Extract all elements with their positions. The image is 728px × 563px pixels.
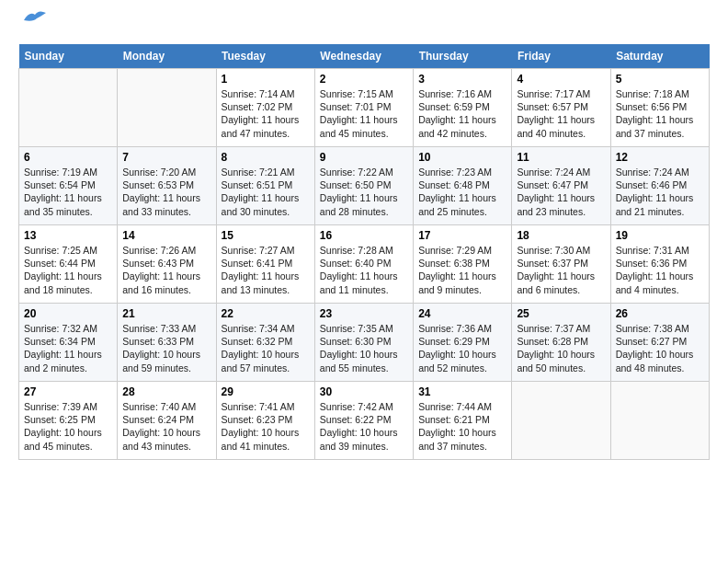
calendar-cell: 15Sunrise: 7:27 AM Sunset: 6:41 PM Dayli… bbox=[216, 225, 314, 304]
day-info: Sunrise: 7:38 AM Sunset: 6:27 PM Dayligh… bbox=[616, 322, 704, 374]
day-number: 18 bbox=[517, 229, 605, 242]
calendar-cell bbox=[512, 382, 610, 460]
day-info: Sunrise: 7:35 AM Sunset: 6:30 PM Dayligh… bbox=[320, 322, 408, 374]
calendar-cell: 27Sunrise: 7:39 AM Sunset: 6:25 PM Dayli… bbox=[19, 382, 118, 460]
day-number: 5 bbox=[616, 73, 704, 86]
day-info: Sunrise: 7:29 AM Sunset: 6:38 PM Dayligh… bbox=[418, 244, 506, 296]
calendar-cell: 11Sunrise: 7:24 AM Sunset: 6:47 PM Dayli… bbox=[512, 147, 610, 225]
day-info: Sunrise: 7:33 AM Sunset: 6:33 PM Dayligh… bbox=[122, 322, 210, 374]
logo-bird-icon bbox=[22, 9, 48, 29]
day-info: Sunrise: 7:28 AM Sunset: 6:40 PM Dayligh… bbox=[320, 244, 408, 296]
day-number: 16 bbox=[320, 229, 408, 242]
day-number: 27 bbox=[24, 385, 112, 398]
calendar-cell: 25Sunrise: 7:37 AM Sunset: 6:28 PM Dayli… bbox=[512, 304, 610, 382]
day-number: 6 bbox=[24, 151, 112, 164]
day-info: Sunrise: 7:39 AM Sunset: 6:25 PM Dayligh… bbox=[24, 400, 112, 453]
day-info: Sunrise: 7:41 AM Sunset: 6:23 PM Dayligh… bbox=[222, 400, 310, 453]
day-info: Sunrise: 7:42 AM Sunset: 6:22 PM Dayligh… bbox=[320, 400, 408, 453]
week-row-2: 6Sunrise: 7:19 AM Sunset: 6:54 PM Daylig… bbox=[19, 147, 710, 225]
weekday-header-tuesday: Tuesday bbox=[216, 44, 314, 69]
calendar-cell: 14Sunrise: 7:26 AM Sunset: 6:43 PM Dayli… bbox=[118, 225, 216, 304]
day-number: 13 bbox=[24, 229, 112, 242]
day-number: 3 bbox=[418, 73, 506, 86]
day-number: 25 bbox=[517, 307, 605, 320]
day-number: 12 bbox=[616, 151, 704, 164]
day-number: 17 bbox=[418, 229, 506, 242]
calendar-cell: 8Sunrise: 7:21 AM Sunset: 6:51 PM Daylig… bbox=[216, 147, 314, 225]
day-info: Sunrise: 7:14 AM Sunset: 7:02 PM Dayligh… bbox=[222, 87, 310, 140]
calendar-cell: 4Sunrise: 7:17 AM Sunset: 6:57 PM Daylig… bbox=[512, 69, 610, 147]
calendar-cell: 12Sunrise: 7:24 AM Sunset: 6:46 PM Dayli… bbox=[610, 147, 709, 225]
day-number: 19 bbox=[616, 229, 704, 242]
day-info: Sunrise: 7:22 AM Sunset: 6:50 PM Dayligh… bbox=[320, 166, 408, 218]
weekday-header-saturday: Saturday bbox=[610, 44, 709, 69]
day-info: Sunrise: 7:24 AM Sunset: 6:46 PM Dayligh… bbox=[616, 166, 704, 218]
day-number: 30 bbox=[320, 385, 408, 398]
calendar-cell: 6Sunrise: 7:19 AM Sunset: 6:54 PM Daylig… bbox=[19, 147, 118, 225]
day-info: Sunrise: 7:27 AM Sunset: 6:41 PM Dayligh… bbox=[222, 244, 310, 296]
week-row-4: 20Sunrise: 7:32 AM Sunset: 6:34 PM Dayli… bbox=[19, 304, 710, 382]
weekday-header-sunday: Sunday bbox=[19, 44, 118, 69]
weekday-header-row: SundayMondayTuesdayWednesdayThursdayFrid… bbox=[19, 44, 710, 69]
day-number: 11 bbox=[517, 151, 605, 164]
calendar-cell: 28Sunrise: 7:40 AM Sunset: 6:24 PM Dayli… bbox=[118, 382, 216, 460]
day-info: Sunrise: 7:44 AM Sunset: 6:21 PM Dayligh… bbox=[418, 400, 506, 453]
day-info: Sunrise: 7:18 AM Sunset: 6:56 PM Dayligh… bbox=[616, 87, 704, 140]
calendar-cell bbox=[118, 69, 216, 147]
calendar-table: SundayMondayTuesdayWednesdayThursdayFrid… bbox=[18, 44, 710, 460]
calendar-cell: 22Sunrise: 7:34 AM Sunset: 6:32 PM Dayli… bbox=[216, 304, 314, 382]
calendar-cell: 18Sunrise: 7:30 AM Sunset: 6:37 PM Dayli… bbox=[512, 225, 610, 304]
week-row-3: 13Sunrise: 7:25 AM Sunset: 6:44 PM Dayli… bbox=[19, 225, 710, 304]
weekday-header-thursday: Thursday bbox=[414, 44, 512, 69]
day-number: 22 bbox=[222, 307, 310, 320]
day-number: 9 bbox=[320, 151, 408, 164]
day-info: Sunrise: 7:24 AM Sunset: 6:47 PM Dayligh… bbox=[517, 166, 605, 218]
calendar-cell: 29Sunrise: 7:41 AM Sunset: 6:23 PM Dayli… bbox=[216, 382, 314, 460]
calendar-cell: 31Sunrise: 7:44 AM Sunset: 6:21 PM Dayli… bbox=[414, 382, 512, 460]
calendar-cell: 21Sunrise: 7:33 AM Sunset: 6:33 PM Dayli… bbox=[118, 304, 216, 382]
day-info: Sunrise: 7:15 AM Sunset: 7:01 PM Dayligh… bbox=[320, 87, 408, 140]
day-number: 1 bbox=[222, 73, 310, 86]
day-info: Sunrise: 7:34 AM Sunset: 6:32 PM Dayligh… bbox=[222, 322, 310, 374]
day-number: 8 bbox=[222, 151, 310, 164]
day-number: 23 bbox=[320, 307, 408, 320]
calendar-cell: 24Sunrise: 7:36 AM Sunset: 6:29 PM Dayli… bbox=[414, 304, 512, 382]
calendar-cell: 23Sunrise: 7:35 AM Sunset: 6:30 PM Dayli… bbox=[314, 304, 413, 382]
day-info: Sunrise: 7:21 AM Sunset: 6:51 PM Dayligh… bbox=[222, 166, 310, 218]
day-info: Sunrise: 7:17 AM Sunset: 6:57 PM Dayligh… bbox=[517, 87, 605, 140]
day-info: Sunrise: 7:37 AM Sunset: 6:28 PM Dayligh… bbox=[517, 322, 605, 374]
calendar-cell: 1Sunrise: 7:14 AM Sunset: 7:02 PM Daylig… bbox=[216, 69, 314, 147]
calendar-cell: 16Sunrise: 7:28 AM Sunset: 6:40 PM Dayli… bbox=[314, 225, 413, 304]
day-info: Sunrise: 7:23 AM Sunset: 6:48 PM Dayligh… bbox=[418, 166, 506, 218]
weekday-header-friday: Friday bbox=[512, 44, 610, 69]
day-info: Sunrise: 7:26 AM Sunset: 6:43 PM Dayligh… bbox=[122, 244, 210, 296]
day-number: 10 bbox=[418, 151, 506, 164]
week-row-5: 27Sunrise: 7:39 AM Sunset: 6:25 PM Dayli… bbox=[19, 382, 710, 460]
day-info: Sunrise: 7:36 AM Sunset: 6:29 PM Dayligh… bbox=[418, 322, 506, 374]
calendar-cell: 10Sunrise: 7:23 AM Sunset: 6:48 PM Dayli… bbox=[414, 147, 512, 225]
logo bbox=[18, 18, 48, 29]
week-row-1: 1Sunrise: 7:14 AM Sunset: 7:02 PM Daylig… bbox=[19, 69, 710, 147]
day-number: 4 bbox=[517, 73, 605, 86]
page-header bbox=[18, 18, 710, 29]
calendar-cell: 5Sunrise: 7:18 AM Sunset: 6:56 PM Daylig… bbox=[610, 69, 709, 147]
calendar-cell: 30Sunrise: 7:42 AM Sunset: 6:22 PM Dayli… bbox=[314, 382, 413, 460]
calendar-cell: 9Sunrise: 7:22 AM Sunset: 6:50 PM Daylig… bbox=[314, 147, 413, 225]
day-number: 31 bbox=[418, 385, 506, 398]
calendar-cell: 19Sunrise: 7:31 AM Sunset: 6:36 PM Dayli… bbox=[610, 225, 709, 304]
day-number: 21 bbox=[122, 307, 210, 320]
day-number: 29 bbox=[222, 385, 310, 398]
calendar-cell: 2Sunrise: 7:15 AM Sunset: 7:01 PM Daylig… bbox=[314, 69, 413, 147]
day-number: 24 bbox=[418, 307, 506, 320]
calendar-cell: 20Sunrise: 7:32 AM Sunset: 6:34 PM Dayli… bbox=[19, 304, 118, 382]
weekday-header-wednesday: Wednesday bbox=[314, 44, 413, 69]
calendar-cell bbox=[19, 69, 118, 147]
day-info: Sunrise: 7:40 AM Sunset: 6:24 PM Dayligh… bbox=[122, 400, 210, 453]
day-number: 2 bbox=[320, 73, 408, 86]
day-info: Sunrise: 7:30 AM Sunset: 6:37 PM Dayligh… bbox=[517, 244, 605, 296]
day-info: Sunrise: 7:25 AM Sunset: 6:44 PM Dayligh… bbox=[24, 244, 112, 296]
calendar-cell: 13Sunrise: 7:25 AM Sunset: 6:44 PM Dayli… bbox=[19, 225, 118, 304]
weekday-header-monday: Monday bbox=[118, 44, 216, 69]
day-info: Sunrise: 7:32 AM Sunset: 6:34 PM Dayligh… bbox=[24, 322, 112, 374]
day-number: 20 bbox=[24, 307, 112, 320]
